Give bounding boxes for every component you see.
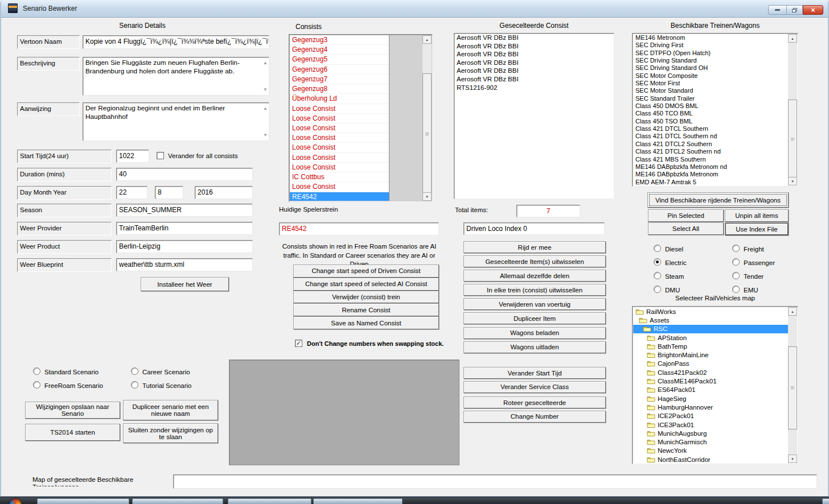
category-radio[interactable]: Steam [654,271,728,284]
scenario-type-radio[interactable]: Tutorial Scenario [131,380,229,394]
player-train-field[interactable]: RE4542 [279,222,439,236]
start-orb-icon[interactable] [9,498,22,504]
scroll-up-icon[interactable]: ▲ [788,307,797,316]
folder-item[interactable]: Assets [633,316,788,324]
consists-scrollbar[interactable]: ▲ ▼ [422,35,432,201]
folder-item[interactable]: MunichGarmisch [633,437,788,446]
category-radio[interactable]: Freight [732,243,806,257]
scenario-type-radio[interactable]: Career Scenario [131,366,229,380]
selected-consist-item[interactable]: Aerosoft VR DBz BBI [454,59,614,67]
selected-consist-item[interactable]: RTS1216-902 [454,84,614,92]
consist-item[interactable]: Gegenzug6 [290,65,389,75]
available-item[interactable]: SEC Driving First [633,42,788,49]
selected-consist-action-button[interactable]: Rijd er mee [463,241,606,253]
map-path-field[interactable] [173,474,817,489]
scroll-up-icon[interactable]: ▲ [788,34,797,43]
category-radio[interactable]: Electric [654,257,728,271]
available-item[interactable]: Class 421 DTCL2 Southern [633,141,788,148]
selected-consist-item[interactable]: Aerosoft VR DBz BBI [454,42,614,51]
available-item[interactable]: Class 450 DMOS BML [633,102,788,110]
selected-consist-item[interactable]: Aerosoft VR DBz BBI [454,67,614,75]
selected-consist-action-button[interactable]: Allemaal dezelfde delen [463,270,606,282]
consist-item[interactable]: RE4542 [290,192,389,201]
selected-consist-item[interactable]: Aerosoft VR DBz BBI [454,50,614,59]
selected-consist-item[interactable]: Aerosoft VR DBz BBI [454,34,614,42]
taskbar[interactable] [0,497,829,504]
consist-item[interactable]: Gegenzug8 [290,84,389,94]
consist-action-button[interactable]: Save as Named Consist [293,316,439,329]
use-index-file-button[interactable]: Use Index File [725,222,789,236]
available-item[interactable]: SEC Standard Trailer [633,95,788,102]
taskbar-button[interactable] [313,498,403,504]
consist-item[interactable]: Loose Consist [290,123,389,133]
scroll-down-icon[interactable]: ▼ [788,455,797,463]
scroll-up-icon[interactable]: ▲ [422,35,432,44]
folder-item[interactable]: BathTemp [633,342,788,350]
selected-consist-listbox[interactable]: Aerosoft VR DBz BBIAerosoft VR DBz BBIAe… [454,33,614,199]
selected-consist-action-button[interactable]: In elke trein (consist) uitwissellen [463,284,606,296]
consist-action-button[interactable]: Change start speed of Driven Consist [293,265,439,278]
restore-button[interactable] [787,5,803,15]
scroll-down-icon[interactable]: ▼ [263,85,268,94]
folder-item[interactable]: NorthEastCorridor [633,455,788,463]
driven-loco-field[interactable]: Driven Loco Index 0 [463,222,605,235]
folder-item[interactable]: ICE3Pack01 [633,420,788,429]
selected-consist-action-button[interactable]: Verwijderen van voertuig [463,298,606,310]
month-field[interactable]: 8 [155,186,183,199]
duplicate-scenario-button[interactable]: Dupliceer senario met een nieuwe naam [123,400,218,420]
scroll-down-icon[interactable]: ▼ [422,192,432,201]
folder-item[interactable]: BrightonMainLine [633,350,788,359]
unpin-all-button[interactable]: Unpin all items [725,209,789,222]
duration-field[interactable]: 40 [116,168,253,181]
folder-item[interactable]: ES64Pack01 [633,386,788,394]
consist-item[interactable]: Loose Consist [290,143,389,152]
aanwijzing-field[interactable]: Der Regionalzug beginnt und endet im Ber… [83,102,269,141]
folder-item[interactable]: ClassME146Pack01 [633,377,788,385]
folder-item[interactable]: NewcYork [633,447,788,455]
available-item[interactable]: SEC DTPFO (Open Hatch) [633,49,788,57]
available-item[interactable]: Class 450 TCO BML [633,110,788,117]
consist-action-button[interactable]: Verwijder (consist) trein [293,291,439,304]
folder-item[interactable]: HamburgHannover [633,403,788,411]
dont-change-numbers-checkbox[interactable]: ✓ [295,340,302,347]
consist-item[interactable]: Überholung Ld [290,94,389,104]
folder-item[interactable]: APStation [633,333,788,342]
save-changes-button[interactable]: Wijzigingen opslaan naar Senario [25,402,120,419]
consist-action-button[interactable]: Change start speed of selected AI Consis… [293,278,439,291]
close-without-saving-button[interactable]: Sluiten zonder wijzigingen op te slaan [123,423,218,443]
selected-consist-item[interactable]: Aerosoft VR DBz BBI [454,75,614,84]
consist-item[interactable]: Loose Consist [290,104,389,114]
folder-item[interactable]: HageSieg [633,394,788,403]
verander-all-checkbox[interactable] [157,152,164,159]
scenario-type-radio[interactable]: FreeRoam Scenario [33,380,131,394]
folder-item[interactable]: CajonPass [633,360,788,368]
consists-scrollbar-thumb[interactable] [422,73,432,195]
start-tijd-field[interactable]: 1022 [116,150,149,163]
taskbar-button[interactable] [132,498,223,504]
taskbar-button[interactable] [37,498,129,504]
folder-list[interactable]: RailWorks Assets RSC [633,307,788,463]
folder-item[interactable]: ICE2Pack01 [633,412,788,420]
minimize-button[interactable] [768,5,787,15]
misc-action-button[interactable]: Roteer gesecelteerde [463,396,606,408]
scroll-up-icon[interactable]: ▲ [263,104,268,113]
consist-item[interactable]: Gegenzug7 [290,75,389,84]
railvehicles-tree[interactable]: RailWorks Assets RSC [632,306,798,464]
weer-product-field[interactable]: Berlin-Leipzig [116,240,253,253]
available-scrollbar-thumb[interactable] [788,100,797,179]
titlebar[interactable]: Senario Bewerker × [1,0,828,18]
available-item[interactable]: Class 421 DTCL Southern nd [633,133,788,140]
beschrijving-field[interactable]: Bringen Sie Fluggäste zum neuen Flughafe… [83,57,269,96]
consist-item[interactable]: Gegenzug3 [290,35,389,45]
consist-item[interactable]: Loose Consist [290,182,389,192]
consists-list[interactable]: Gegenzug3Gegenzug4Gegenzug5Gegenzug6Gege… [290,35,389,201]
available-item[interactable]: Class 421 DTCL2 Southern nd [633,148,788,155]
tree-scrollbar[interactable]: ▲ ▼ [788,307,797,463]
selected-consist-action-button[interactable]: Wagons beladen [463,327,606,339]
selected-consist-action-button[interactable]: Wagons uitladen [463,341,606,353]
find-available-button[interactable]: Vind Beschikbare rijdende Treinen/Wagons [647,192,789,208]
day-field[interactable]: 22 [116,186,147,199]
folder-item[interactable]: MunichAugsburg [633,429,788,437]
consist-item[interactable]: Loose Consist [290,114,389,123]
category-radio[interactable]: Diesel [654,243,728,257]
